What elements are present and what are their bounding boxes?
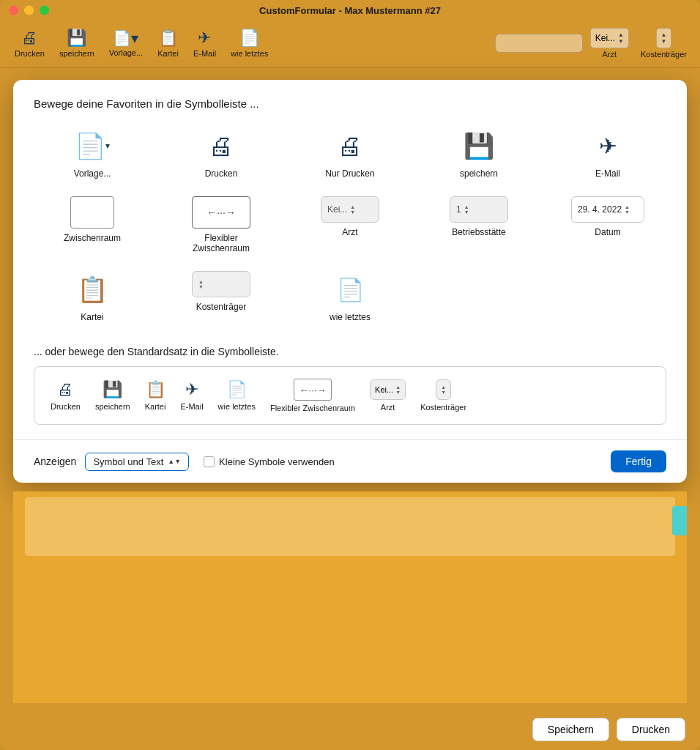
print-icon: 🖨 — [21, 29, 37, 48]
grid-item-speichern[interactable]: 💾 speichern — [420, 127, 537, 179]
select-arrows-icon: ▲▼ — [168, 458, 181, 465]
std-flex-icon: ←···→ — [294, 379, 332, 401]
grid-item-betrieb[interactable]: 1 ▲▼ Betriebsstätte — [420, 196, 537, 253]
std-arzt-label: Arzt — [381, 403, 395, 412]
toolbar-speichern[interactable]: 💾 speichern — [53, 26, 100, 61]
drucken-grid-label: Drucken — [205, 168, 238, 179]
nurdrucken-grid-label: Nur Drucken — [325, 168, 374, 179]
kleine-symbole-checkbox[interactable] — [204, 456, 215, 467]
kosten-grid-control: ▲▼ — [192, 271, 250, 297]
toolbar-arzt-label: Arzt — [603, 50, 617, 59]
minimize-button[interactable] — [24, 6, 34, 15]
email-icon: ✈ — [198, 29, 211, 48]
grid-item-drucken[interactable]: 🖨 Drucken — [163, 127, 280, 179]
std-print-icon: 🖨 — [57, 380, 73, 399]
std-email-label: E-Mail — [180, 402, 203, 411]
dialog-bottom-bar: Anzeigen Symbol und Text ▲▼ Kleine Symbo… — [13, 439, 687, 483]
betrieb-grid-label: Betriebsstätte — [452, 227, 505, 237]
grid-item-kartei[interactable]: 📋 Kartei — [34, 271, 151, 322]
bottom-speichern-button[interactable]: Speichern — [532, 718, 609, 741]
fertig-button[interactable]: Fertig — [611, 450, 666, 472]
grid-item-arzt[interactable]: Kei... ▲▼ Arzt — [291, 196, 409, 253]
toolbar-kartei[interactable]: 📋 Kartei — [152, 26, 185, 61]
standard-toolbar-box: 🖨 Drucken 💾 speichern 📋 Kartei ✈ E-Mail … — [34, 366, 666, 425]
grid-item-datum[interactable]: 29. 4. 2022 ▲▼ Datum — [549, 196, 666, 253]
std-save-icon: 💾 — [103, 380, 122, 399]
toolbar-email[interactable]: ✈ E-Mail — [187, 26, 222, 61]
bottom-bar: Speichern Drucken — [0, 709, 700, 750]
toolbar-email-label: E-Mail — [193, 49, 216, 58]
icon-grid: 📄▾ Vorlage... 🖨 Drucken 🖨 Nur Drucken — [34, 127, 666, 322]
vorlage-grid-icon: 📄▾ — [70, 127, 114, 164]
std-wieletztes[interactable]: 📄 wie letztes — [214, 377, 260, 414]
std-flexibler-label: Flexibler Zwischenraum — [270, 404, 355, 412]
std-flexibler[interactable]: ←···→ Flexibler Zwischenraum — [266, 376, 360, 415]
std-speichern[interactable]: 💾 speichern — [91, 377, 135, 414]
toolbar-arzt-select[interactable]: Kei... ▲▼ Arzt — [586, 25, 633, 62]
std-drucken[interactable]: 🖨 Drucken — [46, 377, 85, 414]
email-grid-label: E-Mail — [595, 168, 620, 179]
kosten-grid-label: Kostenträger — [196, 302, 247, 312]
std-kostentraeger[interactable]: ▲▼ Kostenträger — [416, 376, 471, 415]
dialog-heading: Bewege deine Favoriten in die Symbolleis… — [34, 97, 666, 110]
kartei-grid-label: Kartei — [81, 312, 103, 322]
toolbar-drucken[interactable]: 🖨 Drucken — [9, 26, 51, 61]
toolbar-drucken-label: Drucken — [15, 49, 45, 58]
grid-item-flexibler[interactable]: ←···→ FlexiblerZwischenraum — [163, 196, 280, 253]
toolbar-search-input[interactable] — [495, 34, 583, 53]
std-drucken-label: Drucken — [51, 402, 81, 411]
close-button[interactable] — [9, 6, 18, 15]
arzt-grid-control: Kei... ▲▼ — [321, 196, 379, 223]
email-grid-icon: ✈ — [586, 127, 630, 164]
std-wieletztes-label: wie letztes — [218, 402, 256, 411]
flexibler-grid-icon: ←···→ — [192, 196, 250, 229]
main-toolbar: 🖨 Drucken 💾 speichern 📄▾ Vorlage... 📋 Ka… — [0, 21, 700, 68]
zwischenraum-grid-label: Zwischenraum — [64, 233, 121, 243]
std-arzt[interactable]: Kei... ▲▼ Arzt — [365, 376, 410, 415]
bottom-drucken-button[interactable]: Drucken — [617, 718, 685, 741]
datum-grid-label: Datum — [595, 227, 620, 237]
wieletztes-grid-label: wie letztes — [329, 312, 371, 322]
std-wieletztes-icon: 📄 — [227, 380, 247, 399]
betrieb-grid-control: 1 ▲▼ — [450, 196, 508, 223]
grid-item-wieletztes[interactable]: 📄 wie letztes — [291, 271, 409, 322]
customize-dialog: Bewege deine Favoriten in die Symbolleis… — [13, 80, 687, 483]
window-title: CustomFormular - Max Mustermann #27 — [259, 5, 441, 16]
toolbar-vorlage-label: Vorlage... — [109, 48, 143, 57]
standard-heading: ... oder bewege den Standardsatz in die … — [13, 346, 687, 357]
grid-item-kostentraeger[interactable]: ▲▼ Kostenträger — [163, 271, 280, 322]
drucken-grid-icon: 🖨 — [199, 127, 243, 164]
speichern-grid-icon: 💾 — [457, 127, 501, 164]
kleine-symbole-label: Kleine Symbole verwenden — [219, 456, 335, 467]
anzeigen-label: Anzeigen — [34, 456, 76, 467]
kartei-icon: 📋 — [158, 29, 178, 48]
wieletztes-icon: 📄 — [239, 29, 259, 48]
zwischenraum-grid-icon — [70, 196, 114, 229]
grid-item-nurdrucken[interactable]: 🖨 Nur Drucken — [291, 127, 409, 179]
std-kartei[interactable]: 📋 Kartei — [141, 377, 171, 414]
vorlage-icon: 📄▾ — [113, 29, 138, 47]
std-email-icon: ✈ — [185, 380, 198, 399]
grid-item-email[interactable]: ✈ E-Mail — [549, 127, 666, 179]
toolbar-kartei-label: Kartei — [157, 49, 179, 58]
teal-tab — [672, 506, 687, 535]
toolbar-kosten-select[interactable]: ▲▼ Kostenträger — [636, 25, 691, 62]
kartei-grid-icon: 📋 — [70, 271, 114, 308]
grid-item-vorlage[interactable]: 📄▾ Vorlage... — [34, 127, 151, 179]
nurdrucken-grid-icon: 🖨 — [328, 127, 372, 164]
wieletztes-grid-icon: 📄 — [328, 271, 372, 308]
toolbar-speichern-label: speichern — [59, 49, 94, 58]
std-email[interactable]: ✈ E-Mail — [176, 377, 207, 414]
datum-grid-control: 29. 4. 2022 ▲▼ — [571, 196, 644, 223]
toolbar-vorlage[interactable]: 📄▾ Vorlage... — [103, 26, 149, 60]
std-arzt-control: Kei... ▲▼ — [370, 379, 406, 400]
window-controls — [9, 6, 49, 15]
vorlage-grid-label: Vorlage... — [74, 168, 111, 179]
display-select[interactable]: Symbol und Text ▲▼ — [85, 453, 189, 471]
std-kosten-control: ▲▼ — [436, 379, 451, 400]
maximize-button[interactable] — [40, 6, 49, 15]
grid-item-zwischenraum[interactable]: Zwischenraum — [34, 196, 151, 253]
kleine-symbole-area: Kleine Symbole verwenden — [204, 456, 335, 467]
toolbar-wieletztes[interactable]: 📄 wie letztes — [225, 26, 274, 61]
flexibler-grid-label: FlexiblerZwischenraum — [193, 233, 250, 253]
